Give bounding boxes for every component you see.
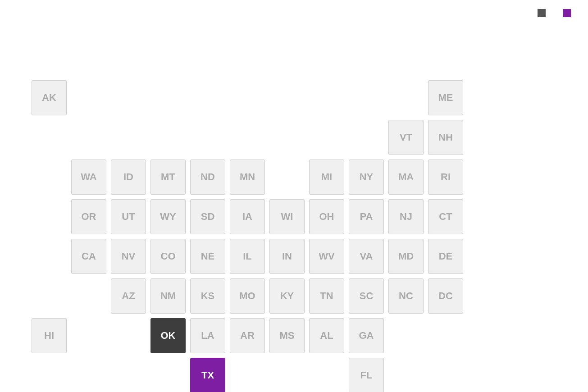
state-or[interactable]: OR: [71, 199, 106, 234]
state-hi[interactable]: HI: [32, 318, 67, 353]
state-de[interactable]: DE: [428, 239, 463, 274]
state-az[interactable]: AZ: [111, 278, 146, 314]
state-wi[interactable]: WI: [269, 199, 305, 234]
state-al[interactable]: AL: [309, 318, 344, 353]
state-mt[interactable]: MT: [150, 160, 186, 195]
state-ut[interactable]: UT: [111, 199, 146, 234]
state-ar[interactable]: AR: [230, 318, 265, 353]
state-ia[interactable]: IA: [230, 199, 265, 234]
state-nh[interactable]: NH: [428, 120, 463, 155]
legend-week-ban-icon: [563, 9, 571, 17]
state-ma[interactable]: MA: [388, 160, 424, 195]
state-nc[interactable]: NC: [388, 278, 424, 314]
state-tx[interactable]: TX: [190, 358, 225, 392]
state-id[interactable]: ID: [111, 160, 146, 195]
legend-total-ban-icon: [538, 9, 546, 17]
state-ky[interactable]: KY: [269, 278, 305, 314]
state-nm[interactable]: NM: [150, 278, 186, 314]
state-ms[interactable]: MS: [269, 318, 305, 353]
state-nv[interactable]: NV: [111, 239, 146, 274]
state-il[interactable]: IL: [230, 239, 265, 274]
state-ks[interactable]: KS: [190, 278, 225, 314]
state-mo[interactable]: MO: [230, 278, 265, 314]
state-ri[interactable]: RI: [428, 160, 463, 195]
state-ct[interactable]: CT: [428, 199, 463, 234]
state-wy[interactable]: WY: [150, 199, 186, 234]
state-me[interactable]: ME: [428, 80, 463, 115]
map-area: AKMEVTNHWAIDMTNDMNMINYMARIORUTWYSDIAWIOH…: [14, 26, 574, 378]
state-md[interactable]: MD: [388, 239, 424, 274]
state-dc[interactable]: DC: [428, 278, 463, 314]
state-ok[interactable]: OK: [150, 318, 186, 353]
state-sc[interactable]: SC: [349, 278, 384, 314]
state-wv[interactable]: WV: [309, 239, 344, 274]
state-wa[interactable]: WA: [71, 160, 106, 195]
state-mi[interactable]: MI: [309, 160, 344, 195]
state-mn[interactable]: MN: [230, 160, 265, 195]
state-tn[interactable]: TN: [309, 278, 344, 314]
state-in[interactable]: IN: [269, 239, 305, 274]
state-nj[interactable]: NJ: [388, 199, 424, 234]
state-ca[interactable]: CA: [71, 239, 106, 274]
state-ne[interactable]: NE: [190, 239, 225, 274]
state-co[interactable]: CO: [150, 239, 186, 274]
state-ny[interactable]: NY: [349, 160, 384, 195]
state-ga[interactable]: GA: [349, 318, 384, 353]
legend-total-ban: [538, 9, 549, 17]
legend: [538, 9, 574, 17]
state-pa[interactable]: PA: [349, 199, 384, 234]
state-la[interactable]: LA: [190, 318, 225, 353]
state-nd[interactable]: ND: [190, 160, 225, 195]
legend-week-ban: [563, 9, 574, 17]
header: [14, 9, 574, 17]
state-ak[interactable]: AK: [32, 80, 67, 115]
state-va[interactable]: VA: [349, 239, 384, 274]
state-oh[interactable]: OH: [309, 199, 344, 234]
state-fl[interactable]: FL: [349, 358, 384, 392]
state-vt[interactable]: VT: [388, 120, 424, 155]
state-sd[interactable]: SD: [190, 199, 225, 234]
page-container: AKMEVTNHWAIDMTNDMNMINYMARIORUTWYSDIAWIOH…: [0, 0, 588, 392]
